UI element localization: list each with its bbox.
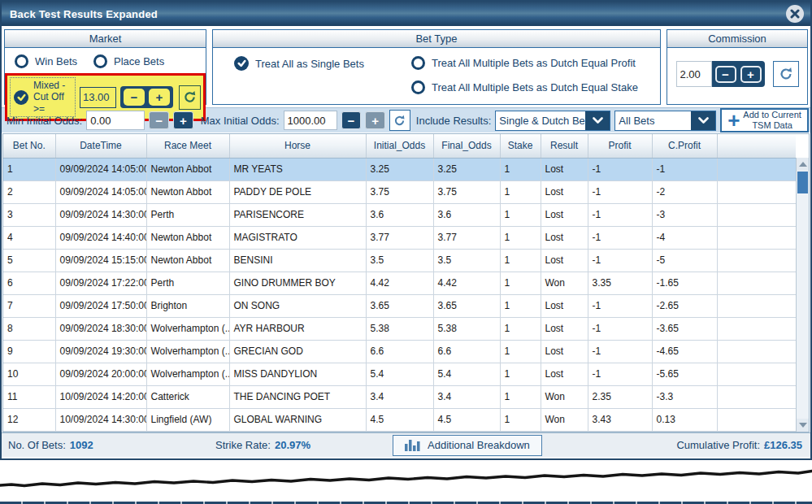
cell: GRECIAN GOD — [229, 340, 366, 363]
cell: 0.13 — [652, 408, 717, 431]
scrollbar-thumb[interactable] — [797, 172, 808, 193]
cell: 3.77 — [366, 226, 433, 249]
win-bets-radio[interactable]: Win Bets — [15, 54, 77, 68]
scrollbar-track[interactable] — [797, 194, 809, 419]
cell: 4.5 — [366, 408, 433, 431]
plus-button[interactable]: + — [173, 111, 193, 129]
plus-button[interactable]: + — [740, 66, 762, 83]
column-header[interactable]: Profit — [588, 134, 652, 158]
additional-breakdown-button[interactable]: Additional Breakdown — [393, 435, 542, 456]
cell: 3.6 — [433, 203, 500, 226]
cell-filler — [717, 363, 796, 385]
cell: -4.65 — [652, 340, 717, 363]
close-button[interactable] — [786, 5, 804, 23]
cell: -1 — [588, 158, 652, 180]
cell-filler — [717, 340, 796, 363]
min-odds-input[interactable] — [86, 111, 145, 130]
mixed-radio[interactable]: Mixed - Cut Off >= — [10, 77, 76, 117]
cell: 09/09/2024 17:50:00 — [55, 294, 146, 317]
commission-refresh-button[interactable] — [773, 61, 799, 87]
cell: BENSINI — [229, 249, 366, 272]
column-header[interactable]: Horse — [229, 134, 366, 158]
minus-button[interactable]: − — [124, 89, 145, 106]
cell: ON SONG — [229, 294, 366, 317]
minus-button[interactable]: − — [715, 66, 736, 83]
cell: 09/09/2024 14:40:00 — [55, 226, 146, 249]
cell: -3.3 — [652, 385, 717, 408]
cell: 1 — [500, 203, 541, 226]
add-to-tsm-button[interactable]: + Add to Current TSM Data — [720, 108, 809, 133]
table-row[interactable]: 909/09/2024 19:30:00Wolverhampton (...GR… — [3, 340, 796, 363]
cell: 5.4 — [433, 363, 500, 385]
cell: MAGISTRATO — [229, 226, 366, 249]
filter-refresh-button[interactable] — [389, 110, 410, 131]
plus-button[interactable]: + — [365, 111, 385, 129]
column-header[interactable]: C.Profit — [652, 134, 717, 158]
column-header[interactable]: DateTime — [55, 134, 146, 158]
title-bar: Back Test Results Expanded — [2, 2, 810, 26]
cell: Perth — [146, 203, 229, 226]
table-row[interactable]: 1009/09/2024 20:00:00Wolverhampton (...M… — [3, 363, 796, 385]
dutch-equal-stake-radio[interactable]: Treat All Multiple Bets as Dutch Equal S… — [411, 80, 638, 94]
radio-circle-icon — [93, 54, 107, 68]
cell-filler — [717, 203, 796, 226]
cell: 4 — [3, 226, 55, 249]
cell: 09/09/2024 14:05:00 — [55, 180, 146, 203]
cell: 3.5 — [366, 249, 433, 272]
commission-panel-title: Commission — [667, 30, 807, 48]
table-row[interactable]: 1210/09/2024 14:30:00Lingfield (AW)GLOBA… — [3, 408, 796, 431]
table-row[interactable]: 409/09/2024 14:40:00Newton AbbotMAGISTRA… — [3, 226, 796, 249]
cell: Lost — [541, 317, 588, 340]
radio-circle-icon — [411, 56, 425, 70]
column-header[interactable]: Race Meet — [146, 134, 229, 158]
cell-filler — [717, 317, 796, 340]
bet-type-panel-title: Bet Type — [213, 30, 660, 48]
cell: 3.4 — [433, 385, 500, 408]
cutoff-refresh-button[interactable] — [179, 85, 201, 110]
single-bets-radio[interactable]: Treat All as Single Bets — [234, 56, 411, 71]
minus-button[interactable]: − — [341, 111, 362, 129]
refresh-icon — [182, 89, 198, 105]
cumulative-profit-value: £126.35 — [764, 439, 802, 451]
place-bets-radio[interactable]: Place Bets — [93, 54, 164, 68]
column-header[interactable]: Final_Odds — [433, 134, 500, 158]
cell: 1 — [500, 408, 541, 431]
cell: Lost — [541, 363, 588, 385]
summary-footer: No. Of Bets:1092 Strike Rate:20.97% Addi… — [2, 432, 810, 457]
cell: -1 — [588, 203, 652, 226]
cell: -5.65 — [652, 363, 717, 385]
table-row[interactable]: 209/09/2024 14:05:00Newton AbbotPADDY DE… — [3, 180, 796, 203]
cell: 3.25 — [366, 158, 433, 180]
filter-bar: Min Initial Odds: − + Max Initial Odds: … — [2, 107, 810, 133]
cell: -1 — [588, 294, 652, 317]
column-header[interactable]: Stake — [500, 134, 541, 158]
scroll-down-button[interactable] — [797, 419, 809, 432]
scroll-up-button[interactable] — [797, 158, 809, 171]
table-row[interactable]: 809/09/2024 18:30:00Wolverhampton (...AY… — [3, 317, 796, 340]
table-row[interactable]: 709/09/2024 17:50:00BrightonON SONG3.653… — [3, 294, 796, 317]
table-row[interactable]: 309/09/2024 14:30:00PerthPARISENCORE3.63… — [3, 203, 796, 226]
torn-edge-squiggle — [0, 460, 812, 504]
minus-button[interactable]: − — [149, 111, 169, 129]
bet-filter-dropdown[interactable]: All Bets — [614, 111, 716, 131]
table-row[interactable]: 609/09/2024 17:22:00PerthGINO DRUMMER BO… — [3, 272, 796, 294]
cell: 10/09/2024 14:20:00 — [55, 385, 146, 408]
cutoff-value-input[interactable] — [80, 87, 116, 108]
table-row[interactable]: 109/09/2024 14:05:00Newton AbbotMR YEATS… — [3, 158, 796, 180]
results-table: Bet No.DateTimeRace MeetHorseInitial_Odd… — [3, 134, 796, 432]
cell: 2.35 — [588, 385, 652, 408]
backtest-dialog: Back Test Results Expanded Market Win Be… — [0, 0, 812, 460]
commission-value-input[interactable] — [676, 61, 712, 87]
max-odds-input[interactable] — [284, 111, 337, 130]
plus-button[interactable]: + — [149, 89, 170, 106]
table-row[interactable]: 1110/09/2024 14:20:00CatterickTHE DANCIN… — [3, 385, 796, 408]
column-header[interactable]: Initial_Odds — [366, 134, 433, 158]
cell: AYR HARBOUR — [229, 317, 366, 340]
vertical-scrollbar[interactable] — [796, 158, 809, 432]
include-results-dropdown[interactable]: Single & Dutch Be — [495, 111, 610, 131]
column-header[interactable]: Result — [541, 134, 588, 158]
column-header[interactable]: Bet No. — [3, 134, 55, 158]
dutch-equal-profit-radio[interactable]: Treat All Multiple Bets as Dutch Equal P… — [411, 56, 638, 70]
radio-circle-icon — [15, 54, 28, 68]
table-row[interactable]: 509/09/2024 15:15:00Newton AbbotBENSINI3… — [3, 249, 796, 272]
